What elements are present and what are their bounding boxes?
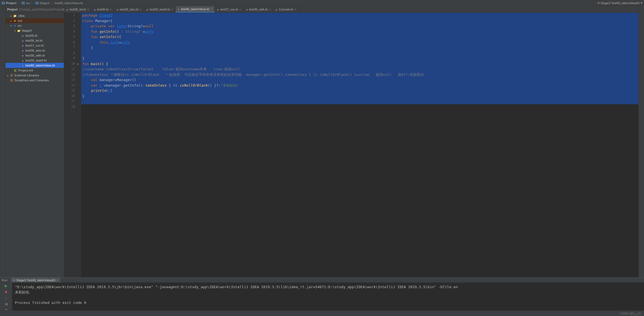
- tree-item-scratches[interactable]: ⊠Scratches and Consoles: [6, 78, 64, 83]
- close-icon[interactable]: ×: [211, 7, 212, 11]
- editor-area: test36_let.kt×test35.kt×test38_also.kt×t…: [64, 6, 638, 277]
- project-panel-title[interactable]: Project: [7, 8, 17, 11]
- close-icon[interactable]: ×: [269, 8, 271, 11]
- top-breadcrumb-bar: Project 〉 src 〉 Stage3 〉 test40_takeUnle…: [0, 0, 644, 6]
- right-tool-gutter: [638, 6, 644, 277]
- rerun-button[interactable]: ▶: [4, 284, 9, 289]
- editor-tab-bar: test36_let.kt×test35.kt×test38_also.kt×t…: [64, 6, 638, 13]
- kotlin-file-icon: [146, 8, 148, 11]
- run-config-label: Stage3.Test40_takeUnlessKt: [601, 1, 640, 5]
- crumb-sep: 〉: [17, 1, 20, 5]
- folder-icon: [22, 2, 25, 4]
- close-icon[interactable]: ×: [171, 8, 173, 11]
- kotlin-file-icon: [178, 7, 180, 11]
- status-bar: CSDN @ll_j_21: [0, 310, 644, 316]
- editor-tab[interactable]: test35.kt×: [92, 6, 114, 12]
- close-icon[interactable]: ×: [87, 8, 89, 11]
- close-icon[interactable]: ×: [140, 8, 142, 11]
- tree-item-out[interactable]: ▸■ out: [6, 18, 64, 23]
- run-label: Run:: [2, 278, 8, 282]
- kotlin-file-icon: [94, 8, 96, 11]
- gutter-icons: ▶: [77, 13, 81, 277]
- project-panel-path: D:\study_app\IDEA\work\Project: [19, 8, 62, 11]
- kotlin-file-icon: [217, 8, 219, 11]
- layout-button[interactable]: ⇉: [4, 302, 9, 307]
- crumb-src[interactable]: src: [26, 1, 30, 5]
- tree-file[interactable]: test38_also.kt: [6, 48, 64, 53]
- editor-tab[interactable]: test40_takeUnless.kt×: [176, 6, 215, 12]
- tree-item-external[interactable]: ▸⊞External Libraries: [6, 73, 64, 78]
- tree-file[interactable]: test37_run.kt: [6, 43, 64, 48]
- project-panel-header: Project D:\study_app\IDEA\work\Project ⊕…: [6, 6, 64, 13]
- run-configuration-dropdown[interactable]: ⇲ Stage3.Test40_takeUnlessKt ▾: [597, 1, 642, 5]
- tree-file[interactable]: test35.kt: [6, 33, 64, 38]
- crumb-project[interactable]: Project: [6, 1, 16, 5]
- tree-file[interactable]: test39_taskif.kt: [6, 58, 64, 63]
- close-icon[interactable]: ×: [295, 8, 296, 11]
- tree-item-src[interactable]: ▾■ src: [6, 23, 64, 28]
- editor-tab[interactable]: test38_with.kt×: [244, 6, 274, 12]
- editor-tab[interactable]: test36_let.kt×: [64, 6, 92, 12]
- editor-tab[interactable]: test38_also.kt×: [114, 6, 144, 12]
- kotlin-file-icon: [246, 8, 248, 11]
- editor-body[interactable]: 123456789101112131415161718 ▶ package St…: [64, 13, 638, 277]
- kotlin-file-icon: [116, 8, 118, 11]
- project-tree-panel: Project D:\study_app\IDEA\work\Project ⊕…: [6, 6, 64, 277]
- stop-button[interactable]: ■: [4, 290, 9, 295]
- tree-item-iml[interactable]: ◧Project.iml: [6, 68, 64, 73]
- crumb-file[interactable]: test40_takeUnless.kt: [55, 1, 83, 5]
- tree-file-active[interactable]: test40_takeUnless.kt: [6, 63, 64, 68]
- crumb-stage[interactable]: Stage3: [40, 1, 49, 5]
- editor-tab[interactable]: test37_run.kt×: [215, 6, 243, 12]
- run-panel-header: Run: ◆ Stage3.Test40_takeUnlessKt ×: [0, 278, 644, 283]
- project-tree: ▸ .idea ▸■ out ▾■ src ▾ Stage3 test35.kt…: [6, 13, 64, 83]
- left-tool-gutter: [0, 6, 6, 277]
- run-panel: Run: ◆ Stage3.Test40_takeUnlessKt × ▶ ■ …: [0, 277, 644, 310]
- tree-item-idea[interactable]: ▸ .idea: [6, 13, 64, 18]
- editor-tab[interactable]: test39_taskif.kt×: [144, 6, 176, 12]
- tree-file[interactable]: test38_with.kt: [6, 53, 64, 58]
- close-icon[interactable]: ×: [110, 8, 112, 11]
- kotlin-file-icon: [275, 8, 277, 11]
- close-icon[interactable]: ×: [239, 8, 241, 11]
- watermark: CSDN @ll_j_21: [620, 312, 641, 315]
- folder-icon: [35, 2, 39, 4]
- kotlin-file-icon: [66, 8, 68, 11]
- tree-item-stage3[interactable]: ▾ Stage3: [6, 28, 64, 33]
- tree-file[interactable]: test36_let.kt: [6, 38, 64, 43]
- crumb-sep: 〉: [51, 1, 54, 5]
- down-button[interactable]: ↓: [4, 296, 9, 301]
- editor-tab[interactable]: Console.kt×: [273, 6, 299, 12]
- run-tab[interactable]: ◆ Stage3.Test40_takeUnlessKt ×: [11, 278, 60, 282]
- crumb-sep: 〉: [31, 1, 34, 5]
- run-line-icon[interactable]: ▶: [77, 62, 79, 65]
- project-icon: [2, 2, 5, 4]
- code-content[interactable]: package Stage3class Manager{ private var…: [81, 13, 638, 277]
- line-number-gutter: 123456789101112131415161718: [64, 13, 77, 277]
